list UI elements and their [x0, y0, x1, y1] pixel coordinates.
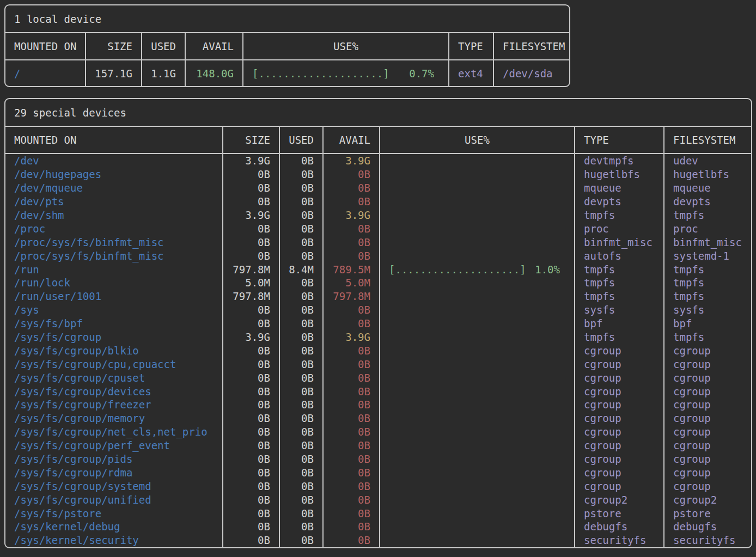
- avail-cell: 0B: [322, 506, 379, 520]
- filesystem-cell: cgroup: [663, 412, 751, 425]
- mounted-on-cell: /sys/fs/cgroup/devices: [5, 384, 222, 398]
- size-cell: 157.1G: [85, 60, 141, 86]
- mounted-on-cell: /sys/fs/cgroup/unified: [5, 493, 222, 506]
- avail-cell: 0B: [322, 479, 379, 493]
- type-cell: securityfs: [574, 534, 663, 547]
- filesystem-cell: cgroup: [663, 425, 751, 439]
- mounted-on-cell: /dev: [5, 154, 222, 168]
- avail-cell: 0B: [322, 317, 379, 330]
- table-row: /sys/fs/cgroup/memory 0B 0B 0B cgroup cg…: [5, 412, 751, 425]
- size-cell: 0B: [222, 466, 279, 479]
- size-cell: 0B: [222, 479, 279, 493]
- table-body: /dev 3.9G 0B 3.9G devtmpfs udev /dev/hug…: [5, 154, 751, 547]
- filesystem-cell: tmpfs: [663, 330, 751, 344]
- use-percent-cell: [379, 276, 574, 290]
- table-row: /sys/fs/cgroup/rdma 0B 0B 0B cgroup cgro…: [5, 466, 751, 479]
- table-body: / 157.1G 1.1G 148.0G [..................…: [5, 60, 569, 86]
- avail-cell: 0B: [322, 371, 379, 384]
- avail-cell: 0B: [322, 398, 379, 412]
- use-percent-cell: [379, 154, 574, 168]
- filesystem-cell: hugetlbfs: [663, 168, 751, 181]
- column-header-mounted-on: MOUNTED ON: [5, 33, 85, 59]
- used-cell: 0B: [279, 154, 322, 168]
- filesystem-cell: tmpfs: [663, 262, 751, 276]
- table-row: /sys/fs/cgroup/devices 0B 0B 0B cgroup c…: [5, 384, 751, 398]
- table-row: /sys/kernel/security 0B 0B 0B securityfs…: [5, 534, 751, 547]
- mounted-on-cell: /sys/fs/cgroup/cpu,cpuacct: [5, 357, 222, 371]
- avail-cell: 0B: [322, 357, 379, 371]
- used-cell: 0B: [279, 398, 322, 412]
- size-cell: 0B: [222, 493, 279, 506]
- column-header-used: USED: [279, 127, 322, 153]
- size-cell: 5.0M: [222, 276, 279, 290]
- size-cell: 0B: [222, 534, 279, 547]
- filesystem-cell: cgroup: [663, 344, 751, 357]
- filesystem-cell: tmpfs: [663, 276, 751, 290]
- use-percent-cell: [379, 235, 574, 249]
- use-percent-cell: [379, 181, 574, 195]
- avail-cell: 0B: [322, 195, 379, 209]
- use-percent-cell: [379, 317, 574, 330]
- filesystem-cell: cgroup: [663, 439, 751, 452]
- avail-cell: 0B: [322, 425, 379, 439]
- filesystem-cell: systemd-1: [663, 249, 751, 262]
- mounted-on-cell: /sys/kernel/debug: [5, 520, 222, 534]
- filesystem-cell: cgroup: [663, 357, 751, 371]
- column-header-type: TYPE: [574, 127, 663, 153]
- use-percent-cell: [379, 249, 574, 262]
- used-cell: 0B: [279, 235, 322, 249]
- table-title: 29 special devices: [5, 99, 751, 127]
- table-row: /sys/fs/cgroup 3.9G 0B 3.9G tmpfs tmpfs: [5, 330, 751, 344]
- use-percent-cell: [379, 412, 574, 425]
- use-percent-cell: [379, 506, 574, 520]
- use-percent-cell: [379, 398, 574, 412]
- use-percent-cell: [379, 330, 574, 344]
- column-header-use-: USE%: [242, 33, 448, 59]
- used-cell: 0B: [279, 181, 322, 195]
- filesystem-cell: cgroup: [663, 452, 751, 466]
- filesystem-cell: /dev/sda: [493, 60, 569, 86]
- type-cell: tmpfs: [574, 209, 663, 222]
- size-cell: 0B: [222, 412, 279, 425]
- avail-cell: 0B: [322, 412, 379, 425]
- used-cell: 0B: [279, 534, 322, 547]
- used-cell: 0B: [279, 452, 322, 466]
- avail-cell: 0B: [322, 222, 379, 235]
- use-percent-cell: [379, 195, 574, 209]
- column-header-mounted-on: MOUNTED ON: [5, 127, 222, 153]
- use-percent-cell: [379, 384, 574, 398]
- avail-cell: 789.5M: [322, 262, 379, 276]
- filesystem-cell: cgroup: [663, 398, 751, 412]
- terminal-screen: 1 local device MOUNTED ONSIZEUSEDAVAILUS…: [0, 0, 756, 557]
- mounted-on-cell: /sys/fs/cgroup/memory: [5, 412, 222, 425]
- used-cell: 1.1G: [141, 60, 185, 86]
- size-cell: 0B: [222, 357, 279, 371]
- mounted-on-cell: /sys/fs/cgroup/net_cls,net_prio: [5, 425, 222, 439]
- type-cell: mqueue: [574, 181, 663, 195]
- filesystem-cell: binfmt_misc: [663, 235, 751, 249]
- avail-cell: 0B: [322, 249, 379, 262]
- use-percent-cell: [379, 209, 574, 222]
- table-title: 1 local device: [5, 5, 569, 33]
- use-percent-cell: [379, 520, 574, 534]
- filesystem-cell: sysfs: [663, 303, 751, 317]
- mounted-on-cell: /sys/fs/cgroup/blkio: [5, 344, 222, 357]
- used-cell: 0B: [279, 439, 322, 452]
- type-cell: cgroup: [574, 398, 663, 412]
- column-header-size: SIZE: [222, 127, 279, 153]
- table-row: /sys/fs/cgroup/cpuset 0B 0B 0B cgroup cg…: [5, 371, 751, 384]
- type-cell: hugetlbfs: [574, 168, 663, 181]
- table-row: /sys/fs/cgroup/systemd 0B 0B 0B cgroup c…: [5, 479, 751, 493]
- type-cell: cgroup: [574, 412, 663, 425]
- avail-cell: 5.0M: [322, 276, 379, 290]
- mounted-on-cell: /sys/fs/cgroup/freezer: [5, 398, 222, 412]
- size-cell: 0B: [222, 506, 279, 520]
- size-cell: 0B: [222, 235, 279, 249]
- filesystem-cell: cgroup2: [663, 493, 751, 506]
- used-cell: 0B: [279, 222, 322, 235]
- size-cell: 0B: [222, 317, 279, 330]
- size-cell: 0B: [222, 520, 279, 534]
- usage-bar: [....................]: [252, 68, 389, 79]
- used-cell: 0B: [279, 168, 322, 181]
- filesystem-cell: cgroup: [663, 384, 751, 398]
